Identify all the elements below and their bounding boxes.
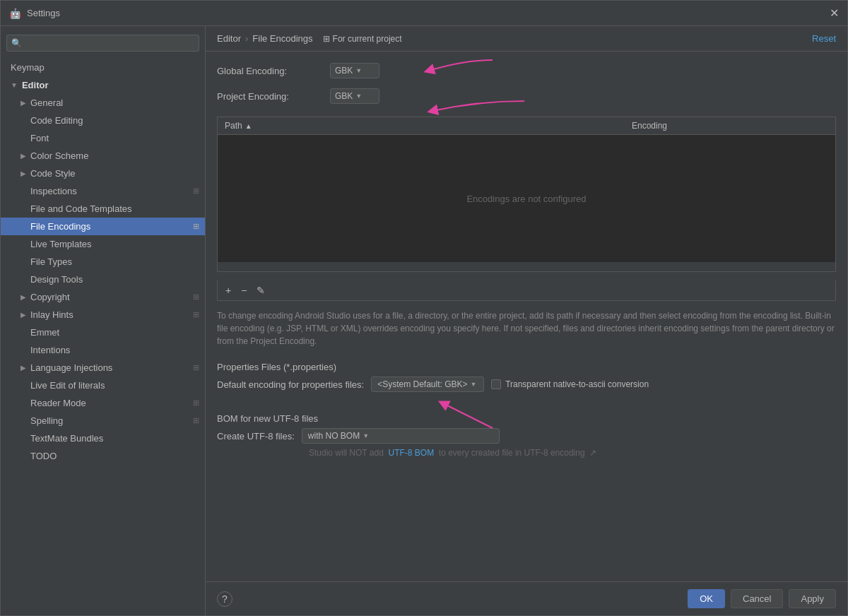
chevron-down-icon: ▼	[355, 93, 362, 100]
cancel-button[interactable]: Cancel	[731, 589, 783, 608]
sidebar-item-file-encodings[interactable]: File Encodings ⊞	[1, 218, 205, 235]
breadcrumb-bar: Editor › File Encodings ⊞ For current pr…	[206, 26, 847, 52]
global-encoding-value: GBK	[335, 66, 353, 76]
sidebar-item-label: Inspections	[30, 186, 77, 196]
remove-encoding-button[interactable]: −	[237, 283, 250, 297]
sidebar-item-code-style[interactable]: ▶ Code Style	[1, 165, 205, 182]
sidebar-item-label: Design Tools	[30, 274, 83, 285]
close-button[interactable]: ✕	[830, 6, 839, 20]
sidebar-item-todo[interactable]: TODO	[1, 447, 205, 465]
sidebar-item-live-edit[interactable]: Live Edit of literals	[1, 377, 205, 394]
sidebar-item-label: Spelling	[30, 415, 63, 426]
sidebar-item-label: Copyright	[30, 292, 70, 302]
breadcrumb-current: File Encodings	[252, 33, 312, 44]
project-encoding-dropdown[interactable]: GBK ▼	[330, 88, 379, 104]
sidebar: 🔍 Keymap ▼ Editor ▶ General Code Editing	[1, 26, 206, 615]
sidebar-item-file-types[interactable]: File Types	[1, 253, 205, 271]
chevron-down-icon: ▼	[363, 432, 369, 439]
sidebar-item-label: Live Templates	[30, 239, 91, 249]
settings-icon: ⊞	[193, 222, 199, 231]
table-toolbar: + − ✎	[217, 280, 836, 301]
sidebar-item-label: General	[30, 97, 63, 108]
settings-icon: ⊞	[193, 186, 199, 196]
table-body: Encodings are not configured	[218, 135, 835, 262]
transparent-conversion-checkbox[interactable]	[491, 379, 501, 389]
sidebar-item-design-tools[interactable]: Design Tools	[1, 271, 205, 288]
edit-encoding-button[interactable]: ✎	[253, 283, 269, 297]
sidebar-item-copyright[interactable]: ▶ Copyright ⊞	[1, 288, 205, 306]
chevron-down-icon: ▼	[355, 67, 362, 74]
breadcrumb-parent: Editor	[217, 33, 241, 44]
expand-arrow-icon: ▶	[20, 364, 26, 372]
sidebar-item-general[interactable]: ▶ General	[1, 94, 205, 112]
search-icon: 🔍	[11, 38, 22, 48]
table-col-encoding: Encoding	[625, 117, 835, 134]
expand-arrow-icon: ▶	[20, 99, 26, 107]
sort-icon: ▲	[245, 122, 252, 130]
breadcrumb-separator: ›	[245, 33, 248, 44]
sidebar-item-label: Intentions	[30, 345, 70, 355]
project-icon: ⊞	[323, 34, 330, 44]
search-input[interactable]	[25, 38, 194, 48]
global-encoding-row: Global Encoding: GBK ▼	[217, 63, 836, 78]
expand-arrow-icon: ▶	[20, 311, 26, 319]
sidebar-item-label: TODO	[30, 451, 57, 461]
sidebar-item-label: Code Editing	[30, 115, 83, 126]
sidebar-item-language-injections[interactable]: ▶ Language Injections ⊞	[1, 359, 205, 377]
main-content: Editor › File Encodings ⊞ For current pr…	[206, 26, 847, 615]
breadcrumb-project: ⊞ For current project	[323, 34, 402, 44]
sidebar-item-label: Reader Mode	[30, 398, 86, 408]
sidebar-item-file-code-templates[interactable]: File and Code Templates	[1, 200, 205, 218]
properties-section: Properties Files (*.properties) Default …	[217, 356, 836, 392]
properties-encoding-row: Default encoding for properties files: <…	[217, 377, 836, 392]
expand-arrow-icon: ▶	[20, 170, 26, 177]
encodings-table: Path ▲ Encoding Encodings are not config…	[217, 117, 836, 272]
app-icon: 🤖	[9, 8, 21, 19]
title-bar: 🤖 Settings ✕	[1, 1, 847, 26]
default-encoding-value: <System Default: GBK>	[377, 379, 467, 389]
sidebar-item-label: File Encodings	[30, 221, 90, 232]
dialog-body: 🔍 Keymap ▼ Editor ▶ General Code Editing	[1, 26, 847, 615]
expand-arrow-icon: ▶	[20, 152, 26, 160]
sidebar-item-editor[interactable]: ▼ Editor	[1, 76, 205, 94]
sidebar-item-reader-mode[interactable]: Reader Mode ⊞	[1, 394, 205, 412]
sidebar-item-textmate-bundles[interactable]: TextMate Bundles	[1, 430, 205, 447]
sidebar-item-label: Code Style	[30, 168, 76, 179]
help-button[interactable]: ?	[217, 591, 232, 607]
bom-note: Studio will NOT add UTF-8 BOM to every c…	[217, 448, 836, 458]
create-utf8-value: with NO BOM	[308, 431, 360, 441]
content-area: Global Encoding: GBK ▼	[206, 52, 847, 581]
sidebar-item-keymap[interactable]: Keymap	[1, 59, 205, 76]
utf8-bom-link[interactable]: UTF-8 BOM	[389, 448, 435, 458]
create-utf8-row: Create UTF-8 files: with NO BOM ▼	[217, 428, 836, 444]
project-encoding-row: Project Encoding: GBK ▼	[217, 88, 836, 104]
sidebar-item-code-editing[interactable]: Code Editing	[1, 112, 205, 129]
global-encoding-dropdown[interactable]: GBK ▼	[330, 63, 379, 78]
ok-button[interactable]: OK	[688, 589, 725, 608]
default-encoding-dropdown[interactable]: <System Default: GBK> ▼	[371, 377, 484, 392]
sidebar-item-label: Color Scheme	[30, 150, 88, 161]
sidebar-item-label: Inlay Hints	[30, 309, 73, 320]
search-box[interactable]: 🔍	[6, 35, 199, 52]
sidebar-item-intentions[interactable]: Intentions	[1, 341, 205, 359]
sidebar-item-color-scheme[interactable]: ▶ Color Scheme	[1, 147, 205, 165]
sidebar-item-font[interactable]: Font	[1, 129, 205, 147]
add-encoding-button[interactable]: +	[222, 283, 235, 297]
sidebar-item-inlay-hints[interactable]: ▶ Inlay Hints ⊞	[1, 306, 205, 324]
sidebar-item-inspections[interactable]: Inspections ⊞	[1, 182, 205, 200]
apply-button[interactable]: Apply	[789, 589, 836, 608]
sidebar-item-label: Font	[30, 133, 49, 143]
sidebar-item-label: Live Edit of literals	[30, 380, 105, 391]
global-encoding-label: Global Encoding:	[217, 66, 323, 76]
project-encoding-value: GBK	[335, 91, 353, 101]
properties-section-title: Properties Files (*.properties)	[217, 362, 836, 372]
sidebar-item-live-templates[interactable]: Live Templates	[1, 235, 205, 253]
sidebar-item-label: TextMate Bundles	[30, 433, 103, 444]
external-link-icon: ↗	[589, 448, 596, 458]
sidebar-item-emmet[interactable]: Emmet	[1, 324, 205, 341]
create-utf8-dropdown[interactable]: with NO BOM ▼	[302, 428, 500, 444]
table-empty-label: Encodings are not configured	[466, 194, 586, 204]
sidebar-item-label: File Types	[30, 256, 72, 267]
sidebar-item-spelling[interactable]: Spelling ⊞	[1, 412, 205, 430]
reset-button[interactable]: Reset	[812, 33, 836, 44]
